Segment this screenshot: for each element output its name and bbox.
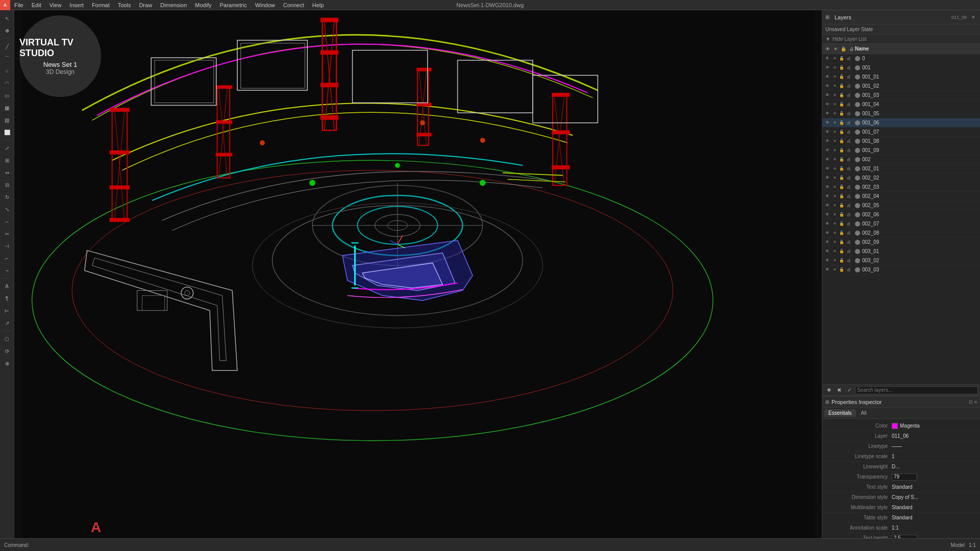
menu-draw[interactable]: Draw: [135, 1, 156, 9]
tool-copy[interactable]: ⊞: [2, 155, 13, 166]
layer-item[interactable]: 👁 ☀ 🔓 🖨 002_07: [822, 219, 980, 229]
print-icon[interactable]: 🖨: [846, 267, 852, 273]
freeze-icon[interactable]: ☀: [831, 230, 838, 236]
tool-dimension[interactable]: ⊢: [2, 305, 13, 316]
lock-icon[interactable]: 🔓: [839, 239, 845, 245]
visibility-icon[interactable]: 👁: [824, 248, 830, 255]
tool-gradient[interactable]: ▨: [2, 114, 13, 126]
freeze-icon[interactable]: ☀: [831, 92, 838, 98]
layer-panel-close[interactable]: ×: [970, 14, 977, 21]
menu-edit[interactable]: Edit: [28, 1, 45, 9]
print-icon[interactable]: 🖨: [846, 102, 852, 108]
lock-icon[interactable]: 🔓: [839, 129, 845, 135]
print-icon[interactable]: 🖨: [846, 157, 852, 163]
visibility-icon[interactable]: 👁: [824, 120, 830, 126]
prop-input[interactable]: [892, 535, 917, 539]
visibility-icon[interactable]: 👁: [824, 184, 830, 190]
layer-item[interactable]: 👁 ☀ 🔓 🖨 001_01: [822, 72, 980, 82]
layer-item[interactable]: 👁 ☀ 🔓 🖨 002_08: [822, 229, 980, 238]
visibility-icon[interactable]: 👁: [824, 74, 830, 80]
layer-item[interactable]: 👁 ☀ 🔓 🖨 002_03: [822, 183, 980, 192]
visibility-icon[interactable]: 👁: [824, 267, 830, 273]
tool-chamfer[interactable]: ¬: [2, 265, 13, 276]
tool-extend[interactable]: ⊣: [2, 240, 13, 252]
tool-scale[interactable]: ⤡: [2, 204, 13, 215]
menu-modify[interactable]: Modify: [191, 1, 215, 9]
layer-item[interactable]: 👁 ☀ 🔓 🖨 002_04: [822, 192, 980, 201]
lock-icon[interactable]: 🔓: [839, 258, 845, 264]
print-icon[interactable]: 🖨: [846, 175, 852, 181]
layer-item[interactable]: 👁 ☀ 🔓 🖨 002_09: [822, 238, 980, 247]
menu-tools[interactable]: Tools: [114, 1, 135, 9]
tool-polyline[interactable]: ⌒: [2, 53, 13, 64]
visibility-icon[interactable]: 👁: [824, 258, 830, 264]
layer-item[interactable]: 👁 ☀ 🔓 🖨 001_08: [822, 137, 980, 146]
visibility-icon[interactable]: 👁: [824, 193, 830, 199]
freeze-icon[interactable]: ☀: [831, 248, 838, 255]
layer-item[interactable]: 👁 ☀ 🔓 🖨 002_06: [822, 210, 980, 219]
layer-item[interactable]: 👁 ☀ 🔓 🖨 001: [822, 63, 980, 72]
lock-icon[interactable]: 🔓: [839, 184, 845, 190]
visibility-icon[interactable]: 👁: [824, 212, 830, 218]
tool-rectangle[interactable]: ▭: [2, 90, 13, 101]
freeze-icon[interactable]: ☀: [831, 239, 838, 245]
visibility-icon[interactable]: 👁: [824, 147, 830, 154]
tool-orbit[interactable]: ⟳: [2, 345, 13, 357]
freeze-icon[interactable]: ☀: [831, 83, 838, 89]
delete-layer-btn[interactable]: ✖: [835, 386, 844, 395]
print-icon[interactable]: 🖨: [846, 239, 852, 245]
tool-pan[interactable]: ✥: [2, 25, 13, 36]
freeze-icon[interactable]: ☀: [831, 212, 838, 218]
tool-stretch[interactable]: ↔: [2, 216, 13, 227]
freeze-icon[interactable]: ☀: [831, 147, 838, 154]
tool-arc[interactable]: ◠: [2, 78, 13, 89]
visibility-icon[interactable]: 👁: [824, 203, 830, 209]
print-icon[interactable]: 🖨: [846, 184, 852, 190]
layer-item[interactable]: 👁 ☀ 🔓 🖨 002_02: [822, 173, 980, 183]
menu-format[interactable]: Format: [88, 1, 114, 9]
layer-item[interactable]: 👁 ☀ 🔓 🖨 002: [822, 155, 980, 164]
lock-icon[interactable]: 🔓: [839, 166, 845, 172]
tool-line[interactable]: ╱: [2, 41, 13, 52]
layer-item[interactable]: 👁 ☀ 🔓 🖨 001_09: [822, 146, 980, 155]
print-icon[interactable]: 🖨: [846, 65, 852, 71]
print-icon[interactable]: 🖨: [846, 230, 852, 236]
tool-hatch[interactable]: ▦: [2, 102, 13, 113]
lock-icon[interactable]: 🔓: [839, 157, 845, 163]
tool-mtext[interactable]: ¶: [2, 293, 13, 304]
tool-trim[interactable]: ✂: [2, 228, 13, 239]
prop-input[interactable]: [892, 473, 917, 481]
model-tab[interactable]: Model: [951, 542, 965, 548]
menu-parametric[interactable]: Parametric: [215, 1, 251, 9]
menu-view[interactable]: View: [45, 1, 66, 9]
layer-item[interactable]: 👁 ☀ 🔓 🖨 002_05: [822, 201, 980, 210]
print-icon[interactable]: 🖨: [846, 258, 852, 264]
freeze-icon[interactable]: ☀: [831, 258, 838, 264]
print-icon[interactable]: 🖨: [846, 138, 852, 144]
tool-fillet[interactable]: ⌐: [2, 253, 13, 264]
tool-offset[interactable]: ⊟: [2, 179, 13, 190]
print-icon[interactable]: 🖨: [846, 221, 852, 227]
menu-file[interactable]: File: [10, 1, 28, 9]
lock-icon[interactable]: 🔓: [839, 120, 845, 126]
freeze-icon[interactable]: ☀: [831, 221, 838, 227]
lock-icon[interactable]: 🔓: [839, 138, 845, 144]
freeze-icon[interactable]: ☀: [831, 65, 838, 71]
tool-3d[interactable]: ⬡: [2, 333, 13, 344]
lock-icon[interactable]: 🔓: [839, 267, 845, 273]
print-icon[interactable]: 🖨: [846, 120, 852, 126]
layer-item[interactable]: 👁 ☀ 🔓 🖨 001_03: [822, 91, 980, 100]
menu-insert[interactable]: Insert: [65, 1, 88, 9]
layer-item[interactable]: 👁 ☀ 🔓 🖨 001_06: [822, 118, 980, 128]
freeze-icon[interactable]: ☀: [831, 120, 838, 126]
freeze-icon[interactable]: ☀: [831, 111, 838, 117]
lock-icon[interactable]: 🔓: [839, 56, 845, 62]
visibility-icon[interactable]: 👁: [824, 111, 830, 117]
visibility-icon[interactable]: 👁: [824, 129, 830, 135]
layer-item[interactable]: 👁 ☀ 🔓 🖨 001_04: [822, 100, 980, 109]
visibility-icon[interactable]: 👁: [824, 102, 830, 108]
lock-icon[interactable]: 🔓: [839, 65, 845, 71]
print-icon[interactable]: 🖨: [846, 129, 852, 135]
lock-icon[interactable]: 🔓: [839, 221, 845, 227]
layer-item[interactable]: 👁 ☀ 🔓 🖨 002_01: [822, 164, 980, 173]
